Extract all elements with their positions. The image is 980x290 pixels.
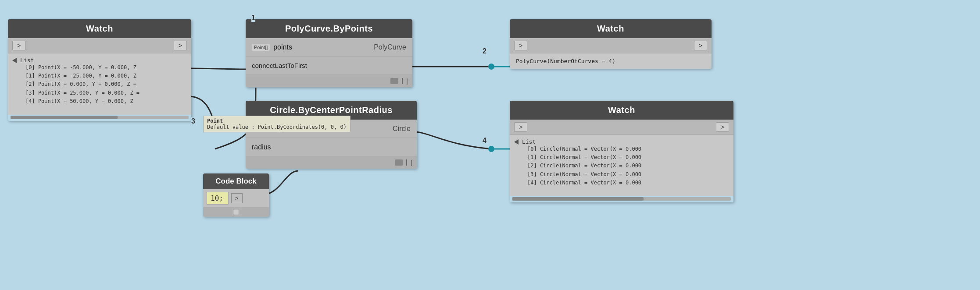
code-arrow-btn[interactable]: >	[231, 193, 243, 203]
circle-item-4: [4] Circle(Normal = Vector(X = 0.000	[514, 179, 729, 187]
polycurve-title: PolyCurve.ByPoints	[246, 19, 412, 38]
watch-2-io-row: > >	[510, 38, 712, 53]
circle-title: Circle.ByCenterPointRadius	[246, 101, 417, 120]
watch-node-1-title: Watch	[8, 19, 191, 38]
watch-1-io-row: > >	[8, 38, 191, 53]
watch-node-3-title: Watch	[510, 101, 733, 120]
circle-footer-divider	[406, 159, 407, 166]
polycurve-connect-row: connectLastToFirst	[246, 57, 412, 75]
circle-radius-row: radius	[246, 138, 417, 156]
watch-1-scrollbar-thumb	[11, 116, 118, 119]
collapse-icon[interactable]	[12, 58, 17, 63]
polycurve-points-row: Point[] points PolyCurve	[246, 38, 412, 57]
list-item-3: [3] Point(X = 25.000, Y = 0.000, Z =	[12, 89, 187, 97]
circle-radius-label: radius	[252, 143, 271, 151]
svg-point-1	[488, 64, 494, 70]
codeblock-body: 10; >	[203, 189, 269, 207]
watch-1-list-label: List	[12, 57, 187, 64]
wire-label-1: 1	[251, 14, 255, 22]
polycurve-connect-label: connectLastToFirst	[252, 62, 307, 69]
watch-3-scrollbar[interactable]	[512, 197, 731, 201]
code-input-row: 10; >	[207, 192, 265, 205]
list-item-1: [1] Point(X = -25.000, Y = 0.000, Z	[12, 72, 187, 80]
footer-collapse-icon[interactable]: |	[406, 78, 408, 85]
polycurve-node: PolyCurve.ByPoints Point[] points PolyCu…	[246, 19, 412, 87]
list-item-4: [4] Point(X = 50.000, Y = 0.000, Z	[12, 97, 187, 106]
watch-node-1: Watch > > List [0] Point(X = -50.000, Y …	[8, 19, 191, 121]
watch-3-scrollbar-thumb	[512, 197, 644, 201]
watch-3-io-row: > >	[510, 120, 733, 135]
watch-node-2: Watch > > PolyCurve(NumberOfCurves = 4)	[510, 19, 712, 69]
polycurve-footer: |	[246, 75, 412, 87]
watch-3-left-btn[interactable]: >	[514, 122, 527, 132]
svg-point-2	[488, 146, 494, 152]
circle-center-row: centerPoint Circle	[246, 120, 417, 138]
watch-1-content: List [0] Point(X = -50.000, Y = 0.000, Z…	[8, 53, 191, 115]
watch-2-left-btn[interactable]: >	[514, 41, 527, 50]
codeblock-checkbox[interactable]	[233, 209, 239, 215]
list-item-0: [0] Point(X = -50.000, Y = 0.000, Z	[12, 64, 187, 72]
wire-label-2: 2	[483, 47, 486, 55]
circle-freeze-icon[interactable]	[395, 159, 403, 166]
codeblock-node: Code Block 10; >	[203, 173, 269, 217]
watch-2-right-btn[interactable]: >	[694, 41, 707, 50]
circle-item-3: [3] Circle(Normal = Vector(X = 0.000	[514, 170, 729, 179]
circle-item-2: [2] Circle(Normal = Vector(X = 0.000	[514, 162, 729, 170]
codeblock-footer	[203, 207, 269, 217]
codeblock-title: Code Block	[203, 173, 269, 189]
circle-item-0: [0] Circle(Normal = Vector(X = 0.000	[514, 145, 729, 153]
code-value[interactable]: 10;	[207, 192, 229, 205]
watch-1-scrollbar[interactable]	[11, 116, 189, 119]
watch-3-content: List [0] Circle(Normal = Vector(X = 0.00…	[510, 135, 733, 196]
watch-1-right-btn[interactable]: >	[174, 41, 187, 50]
polycurve-points-label: points	[273, 43, 292, 51]
watch-3-list-label: List	[514, 138, 729, 145]
circle-footer: |	[246, 156, 417, 169]
circle-out-label: Circle	[393, 125, 411, 133]
watch-3-right-btn[interactable]: >	[716, 122, 729, 132]
freeze-icon[interactable]	[390, 78, 398, 84]
footer-divider	[402, 78, 403, 84]
list-item-2: [2] Point(X = 0.000, Y = 0.000, Z =	[12, 80, 187, 88]
circle-center-label: centerPoint	[252, 125, 287, 133]
collapse-icon-3[interactable]	[514, 139, 519, 145]
polycurve-out-label: PolyCurve	[374, 43, 406, 51]
circle-item-1: [1] Circle(Normal = Vector(X = 0.000	[514, 153, 729, 162]
watch-2-value: PolyCurve(NumberOfCurves = 4)	[510, 53, 712, 69]
watch-node-2-title: Watch	[510, 19, 712, 38]
circle-node: Circle.ByCenterPointRadius centerPoint C…	[246, 101, 417, 169]
wire-label-3: 3	[191, 117, 195, 125]
watch-1-left-btn[interactable]: >	[12, 41, 25, 50]
circle-footer-collapse-icon[interactable]: |	[411, 159, 412, 166]
port-type-label: Point[]	[252, 44, 270, 51]
wire-label-4: 4	[483, 137, 486, 145]
watch-node-3: Watch > > List [0] Circle(Normal = Vecto…	[510, 101, 733, 202]
